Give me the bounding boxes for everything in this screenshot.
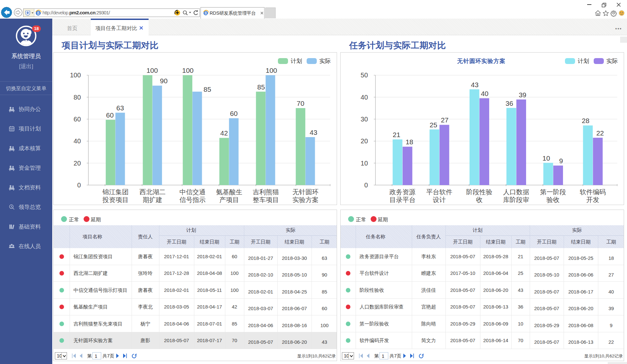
svg-text:100: 100 (265, 67, 277, 74)
svg-text:40: 40 (361, 94, 368, 101)
svg-text:25: 25 (430, 121, 437, 129)
svg-text:投资项目: 投资项目 (102, 196, 129, 203)
svg-text:39: 39 (519, 91, 526, 99)
svg-text:中信交通: 中信交通 (180, 188, 206, 196)
svg-text:实际: 实际 (606, 58, 618, 64)
svg-text:30: 30 (361, 116, 368, 123)
svg-text:50: 50 (361, 71, 368, 79)
svg-text:10: 10 (361, 160, 368, 167)
svg-text:实验方案: 实验方案 (293, 196, 319, 203)
svg-text:阶段性验: 阶段性验 (466, 188, 492, 196)
svg-text:无针圆环: 无针圆环 (293, 188, 319, 196)
svg-text:40: 40 (73, 137, 81, 145)
svg-text:40: 40 (481, 90, 488, 97)
svg-text:80: 80 (73, 94, 81, 101)
svg-text:0: 0 (77, 182, 81, 189)
svg-text:计划: 计划 (578, 58, 589, 64)
svg-text:第一阶段: 第一阶段 (540, 188, 566, 196)
svg-text:信号指示: 信号指示 (180, 196, 206, 203)
svg-text:锦江集团: 锦江集团 (102, 188, 129, 196)
svg-text:库阶段审: 库阶段审 (503, 196, 529, 203)
svg-text:22: 22 (596, 129, 604, 137)
svg-text:实际: 实际 (319, 58, 331, 64)
svg-text:85: 85 (203, 86, 211, 93)
svg-text:收: 收 (476, 196, 483, 203)
svg-text:90: 90 (160, 77, 168, 85)
svg-text:18: 18 (406, 138, 413, 146)
svg-text:产项目: 产项目 (219, 196, 239, 203)
svg-text:70: 70 (297, 100, 304, 107)
svg-text:20: 20 (73, 160, 81, 167)
svg-text:开发: 开发 (586, 196, 599, 203)
svg-text:整车项目: 整车项目 (253, 196, 279, 203)
svg-text:43: 43 (471, 81, 478, 88)
svg-text:计划: 计划 (291, 58, 302, 64)
svg-text:100: 100 (182, 67, 194, 74)
svg-text:85: 85 (257, 83, 265, 91)
svg-text:27: 27 (441, 116, 448, 124)
svg-text:验收: 验收 (547, 196, 560, 203)
svg-text:20: 20 (361, 137, 368, 145)
svg-text:10: 10 (542, 154, 550, 162)
svg-text:西北湖二: 西北湖二 (139, 188, 166, 196)
svg-text:平台软件: 平台软件 (426, 188, 452, 196)
svg-text:36: 36 (506, 100, 513, 107)
svg-text:人口数据: 人口数据 (503, 188, 529, 196)
svg-text:目录平台: 目录平台 (389, 196, 415, 203)
svg-text:0: 0 (364, 182, 368, 189)
svg-text:软件编码: 软件编码 (580, 188, 606, 196)
svg-text:21: 21 (393, 131, 400, 138)
svg-text:60: 60 (106, 111, 114, 119)
svg-text:100: 100 (146, 67, 158, 74)
svg-text:期扩建: 期扩建 (143, 196, 162, 203)
svg-text:28: 28 (582, 117, 589, 124)
svg-text:60: 60 (73, 116, 81, 123)
svg-text:63: 63 (116, 104, 124, 112)
svg-text:吉利熊猫: 吉利熊猫 (253, 188, 279, 196)
svg-text:设计: 设计 (433, 196, 446, 203)
svg-text:9: 9 (559, 157, 563, 165)
svg-text:无针圆环实验方案: 无针圆环实验方案 (457, 58, 506, 64)
svg-text:42: 42 (220, 129, 228, 137)
svg-text:100: 100 (70, 71, 81, 79)
svg-text:60: 60 (230, 110, 237, 117)
svg-text:43: 43 (310, 129, 317, 136)
svg-text:政务资源: 政务资源 (389, 188, 415, 196)
svg-text:氨基酸生: 氨基酸生 (216, 188, 242, 196)
